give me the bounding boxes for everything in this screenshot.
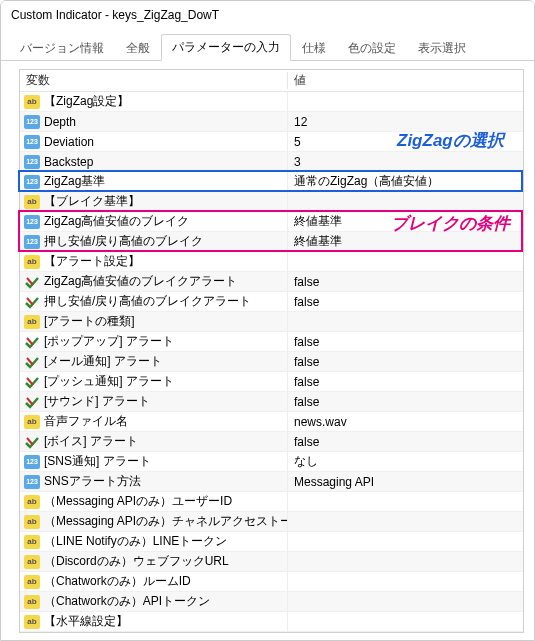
parameters-panel: 変数 値 ab【ZigZag設定】123Depth12123Deviation5…	[1, 61, 534, 641]
number-type-icon: 123	[24, 215, 40, 229]
param-value-cell[interactable]	[288, 192, 523, 211]
column-header-variable[interactable]: 変数	[20, 72, 288, 89]
param-value-cell[interactable]	[288, 512, 523, 531]
param-value-cell[interactable]	[288, 592, 523, 611]
param-row[interactable]: ab（Chatworkのみ）APIトークン	[20, 592, 523, 612]
param-row[interactable]: [メール通知] アラートfalse	[20, 352, 523, 372]
param-row[interactable]: 123Backstep3	[20, 152, 523, 172]
param-name-cell: 123[SNS通知] アラート	[20, 452, 288, 471]
param-row[interactable]: [サウンド] アラートfalse	[20, 392, 523, 412]
param-value-text: false	[294, 295, 319, 309]
param-row[interactable]: ab（Messaging APIのみ）ユーザーID	[20, 492, 523, 512]
param-value-cell[interactable]: Messaging API	[288, 472, 523, 491]
string-type-icon: ab	[24, 615, 40, 629]
param-value-cell[interactable]: false	[288, 372, 523, 391]
number-type-icon: 123	[24, 475, 40, 489]
param-row[interactable]: ab（Messaging APIのみ）チャネルアクセストークン	[20, 512, 523, 532]
number-type-icon: 123	[24, 135, 40, 149]
param-value-cell[interactable]: false	[288, 332, 523, 351]
param-value-cell[interactable]	[288, 492, 523, 511]
param-row[interactable]: ab【水平線設定】	[20, 612, 523, 632]
number-type-icon: 123	[24, 155, 40, 169]
param-name-cell: [ポップアップ] アラート	[20, 332, 288, 351]
rows-container: ab【ZigZag設定】123Depth12123Deviation5123Ba…	[20, 92, 523, 632]
param-name-cell: 123ZigZag基準	[20, 172, 288, 191]
tab-parameters[interactable]: パラメーターの入力	[161, 34, 291, 61]
tab-version-info[interactable]: バージョン情報	[9, 35, 115, 61]
param-value-text: false	[294, 435, 319, 449]
param-value-text: news.wav	[294, 415, 347, 429]
param-value-cell[interactable]: news.wav	[288, 412, 523, 431]
string-type-icon: ab	[24, 495, 40, 509]
param-name-cell: 123Depth	[20, 112, 288, 131]
param-name-text: （LINE Notifyのみ）LINEトークン	[44, 533, 227, 550]
param-value-cell[interactable]: なし	[288, 452, 523, 471]
param-value-text: false	[294, 355, 319, 369]
param-name-cell: ab【水平線設定】	[20, 612, 288, 631]
param-row[interactable]: 123ZigZag基準通常のZigZag（高値安値）	[20, 172, 523, 192]
param-row[interactable]: ab（Chatworkのみ）ルームID	[20, 572, 523, 592]
column-header-value[interactable]: 値	[288, 72, 523, 89]
param-name-text: ZigZag高値安値のブレイク	[44, 213, 189, 230]
param-name-text: ZigZag基準	[44, 173, 105, 190]
param-value-cell[interactable]: false	[288, 292, 523, 311]
param-value-cell[interactable]	[288, 612, 523, 631]
param-row[interactable]: [ボイス] アラートfalse	[20, 432, 523, 452]
string-type-icon: ab	[24, 535, 40, 549]
param-value-text: false	[294, 275, 319, 289]
param-value-cell[interactable]: false	[288, 432, 523, 451]
param-value-cell[interactable]: false	[288, 392, 523, 411]
tab-display[interactable]: 表示選択	[407, 35, 477, 61]
param-name-text: （Chatworkのみ）APIトークン	[44, 593, 210, 610]
param-row[interactable]: ab【ブレイク基準】	[20, 192, 523, 212]
param-value-text: なし	[294, 453, 318, 470]
parameters-grid: 変数 値 ab【ZigZag設定】123Depth12123Deviation5…	[19, 69, 524, 633]
bool-type-icon	[24, 355, 40, 369]
param-name-cell: ab[アラートの種類]	[20, 312, 288, 331]
param-row[interactable]: [プッシュ通知] アラートfalse	[20, 372, 523, 392]
param-value-cell[interactable]	[288, 532, 523, 551]
param-name-text: [アラートの種類]	[44, 313, 135, 330]
param-value-cell[interactable]: false	[288, 352, 523, 371]
param-row[interactable]: 123Depth12	[20, 112, 523, 132]
param-name-text: [SNS通知] アラート	[44, 453, 151, 470]
param-value-cell[interactable]: 終値基準	[288, 232, 523, 251]
tab-spec[interactable]: 仕様	[291, 35, 337, 61]
param-row[interactable]: [ポップアップ] アラートfalse	[20, 332, 523, 352]
param-name-text: （Messaging APIのみ）チャネルアクセストークン	[44, 513, 288, 530]
param-value-cell[interactable]: 通常のZigZag（高値安値）	[288, 172, 523, 191]
param-row[interactable]: 123[SNS通知] アラートなし	[20, 452, 523, 472]
param-row[interactable]: ab[アラートの種類]	[20, 312, 523, 332]
param-row[interactable]: 123ZigZag高値安値のブレイク終値基準	[20, 212, 523, 232]
number-type-icon: 123	[24, 235, 40, 249]
param-value-cell[interactable]: 3	[288, 152, 523, 171]
param-name-text: 【ブレイク基準】	[44, 193, 140, 210]
param-row[interactable]: 123押し安値/戻り高値のブレイク終値基準	[20, 232, 523, 252]
param-value-cell[interactable]: 12	[288, 112, 523, 131]
param-value-cell[interactable]: 終値基準	[288, 212, 523, 231]
param-name-cell: [メール通知] アラート	[20, 352, 288, 371]
param-row[interactable]: ab（Discordのみ）ウェブフックURL	[20, 552, 523, 572]
param-name-cell: ab（LINE Notifyのみ）LINEトークン	[20, 532, 288, 551]
param-row[interactable]: 123Deviation5	[20, 132, 523, 152]
param-name-text: （Chatworkのみ）ルームID	[44, 573, 191, 590]
param-name-text: 【アラート設定】	[44, 253, 140, 270]
param-row[interactable]: ab【アラート設定】	[20, 252, 523, 272]
param-value-cell[interactable]	[288, 312, 523, 331]
param-row[interactable]: 押し安値/戻り高値のブレイクアラートfalse	[20, 292, 523, 312]
number-type-icon: 123	[24, 115, 40, 129]
param-row[interactable]: ab音声ファイル名news.wav	[20, 412, 523, 432]
param-value-cell[interactable]	[288, 92, 523, 111]
param-value-cell[interactable]: 5	[288, 132, 523, 151]
tab-colors[interactable]: 色の設定	[337, 35, 407, 61]
param-value-cell[interactable]	[288, 252, 523, 271]
param-row[interactable]: 123SNSアラート方法Messaging API	[20, 472, 523, 492]
param-value-cell[interactable]	[288, 572, 523, 591]
param-name-text: 押し安値/戻り高値のブレイク	[44, 233, 203, 250]
param-row[interactable]: ZigZag高値安値のブレイクアラートfalse	[20, 272, 523, 292]
param-value-cell[interactable]: false	[288, 272, 523, 291]
param-value-cell[interactable]	[288, 552, 523, 571]
tab-general[interactable]: 全般	[115, 35, 161, 61]
param-row[interactable]: ab【ZigZag設定】	[20, 92, 523, 112]
param-row[interactable]: ab（LINE Notifyのみ）LINEトークン	[20, 532, 523, 552]
